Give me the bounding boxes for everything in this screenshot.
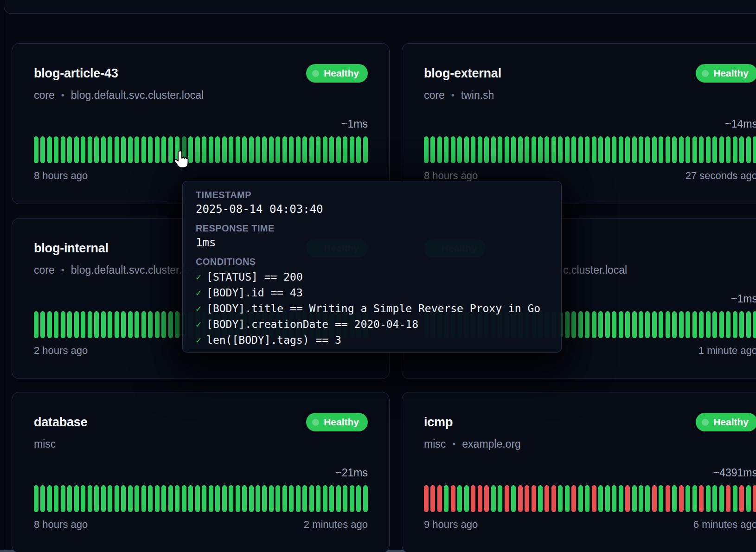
uptime-bar-success[interactable] [464,485,469,512]
uptime-bar-success[interactable] [625,311,630,338]
uptime-bar-failure[interactable] [532,485,536,512]
uptime-bar-success[interactable] [168,311,173,338]
uptime-bar-success[interactable] [74,136,79,163]
uptime-bar-success[interactable] [652,311,657,338]
uptime-bar-failure[interactable] [451,485,455,512]
uptime-bar-success[interactable] [719,485,724,512]
uptime-bar-success[interactable] [551,136,556,163]
uptime-bar-success[interactable] [182,485,186,512]
uptime-bar-success[interactable] [363,136,368,163]
uptime-bar-success[interactable] [719,311,724,338]
uptime-bar-success[interactable] [739,311,744,338]
uptime-bar-success[interactable] [81,485,85,512]
uptime-bar-success[interactable] [692,311,697,338]
uptime-bar-success[interactable] [706,485,711,512]
uptime-bar-success[interactable] [686,136,690,163]
uptime-bar-success[interactable] [202,485,206,512]
uptime-bar-success[interactable] [706,136,711,163]
uptime-bar-success[interactable] [88,311,92,338]
uptime-bar-success[interactable] [686,311,690,338]
uptime-bar-success[interactable] [161,136,166,163]
uptime-bar-success[interactable] [47,485,52,512]
uptime-bar-success[interactable] [484,136,489,163]
uptime-bar-success[interactable] [605,485,610,512]
uptime-bar-success[interactable] [115,311,119,338]
uptime-bar-success[interactable] [249,485,254,512]
uptime-bar-success[interactable] [464,136,469,163]
uptime-bar-success[interactable] [639,136,643,163]
uptime-bar-success[interactable] [363,485,368,512]
uptime-bar-success[interactable] [692,485,697,512]
uptime-bar-success[interactable] [712,311,717,338]
uptime-bar-failure[interactable] [753,485,756,512]
uptime-bar-success[interactable] [343,485,347,512]
uptime-bar-success[interactable] [598,136,603,163]
uptime-bar-success[interactable] [491,136,496,163]
uptime-bar-success[interactable] [323,485,327,512]
uptime-bar-success[interactable] [34,311,38,338]
uptime-bar-success[interactable] [666,311,670,338]
uptime-bar-success[interactable] [121,485,126,512]
uptime-bar-success[interactable] [121,311,126,338]
uptime-bar-failure[interactable] [478,485,482,512]
uptime-bar-success[interactable] [592,311,596,338]
uptime-bar-success[interactable] [202,136,206,163]
uptime-bar-success[interactable] [491,485,496,512]
uptime-bar-success[interactable] [54,485,58,512]
uptime-bar-success[interactable] [275,136,280,163]
uptime-bar-success[interactable] [619,485,623,512]
uptime-bar-success[interactable] [249,136,254,163]
uptime-bar-success[interactable] [632,136,637,163]
uptime-bar-failure[interactable] [739,485,744,512]
uptime-bar-success[interactable] [712,136,717,163]
uptime-bar-success[interactable] [532,136,536,163]
uptime-bar-success[interactable] [565,311,570,338]
uptime-bar-success[interactable] [94,136,99,163]
uptime-bar-success[interactable] [619,136,623,163]
uptime-bar-success[interactable] [256,485,260,512]
uptime-bar-success[interactable] [598,485,603,512]
uptime-bar-success[interactable] [457,485,462,512]
uptime-bar-success[interactable] [141,136,146,163]
uptime-bar-success[interactable] [135,485,139,512]
uptime-bar-success[interactable] [498,136,502,163]
uptime-bar-success[interactable] [242,136,247,163]
uptime-bar-success[interactable] [699,311,704,338]
uptime-bar-success[interactable] [430,136,435,163]
uptime-bar-failure[interactable] [484,485,489,512]
uptime-bar-success[interactable] [645,136,650,163]
uptime-bar-success[interactable] [161,485,166,512]
uptime-bar-success[interactable] [424,136,429,163]
uptime-bar-failure[interactable] [525,485,529,512]
uptime-bar-success[interactable] [350,485,354,512]
uptime-bar-success[interactable] [356,136,361,163]
uptime-bar-success[interactable] [578,136,583,163]
uptime-bar-success[interactable] [578,311,583,338]
uptime-bar-success[interactable] [672,311,677,338]
uptime-bar-failure[interactable] [699,485,704,512]
uptime-bar-success[interactable] [108,136,112,163]
uptime-bar-success[interactable] [632,311,637,338]
uptime-bar-success[interactable] [309,485,314,512]
uptime-bar-success[interactable] [148,311,153,338]
uptime-bar-failure[interactable] [471,485,475,512]
uptime-bar-success[interactable] [222,485,227,512]
uptime-bar-success[interactable] [451,136,455,163]
uptime-bar-failure[interactable] [726,485,730,512]
uptime-bar-success[interactable] [505,136,509,163]
uptime-bar-success[interactable] [81,136,85,163]
uptime-bar-success[interactable] [141,485,146,512]
uptime-bar-success[interactable] [148,485,153,512]
uptime-bar-success[interactable] [135,311,139,338]
endpoint-card[interactable]: icmp Healthy misc • example.org ~4391ms … [402,392,756,552]
uptime-bar-failure[interactable] [505,485,509,512]
uptime-bar-success[interactable] [625,136,630,163]
uptime-bar-success[interactable] [585,485,589,512]
uptime-bar-success[interactable] [329,136,334,163]
uptime-bar-success[interactable] [141,311,146,338]
uptime-bar-success[interactable] [558,485,563,512]
uptime-bar-success[interactable] [659,136,663,163]
uptime-bar-success[interactable] [571,136,576,163]
uptime-bar-failure[interactable] [424,485,429,512]
uptime-bar-success[interactable] [632,485,637,512]
